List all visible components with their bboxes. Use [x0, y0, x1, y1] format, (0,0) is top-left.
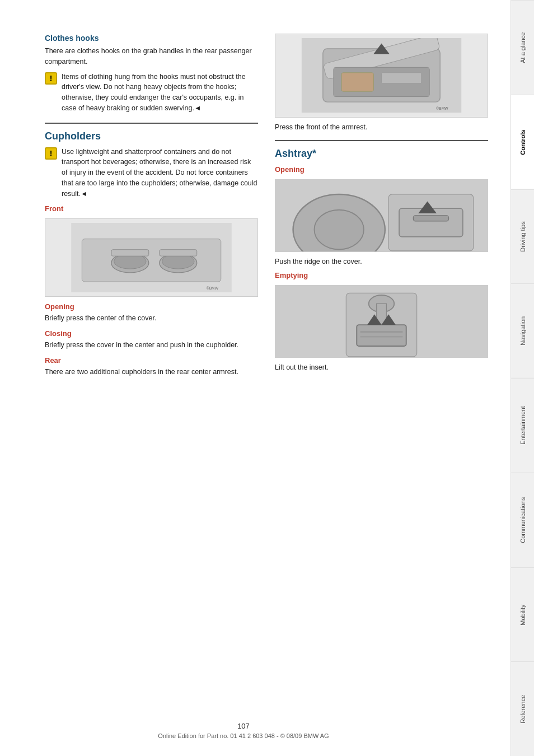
svg-rect-22: [413, 216, 448, 221]
closing-text: Briefly press the cover in the center an…: [45, 340, 258, 351]
sidebar-item-mobility[interactable]: Mobility: [511, 567, 534, 662]
cupholders-warning: ! Use lightweight and shatterproof conta…: [45, 147, 258, 199]
clothes-hooks-warning-text: Items of clothing hung from the hooks mu…: [62, 72, 258, 114]
sidebar-item-driving-tips[interactable]: Driving tips: [511, 189, 534, 284]
svg-text:©BMW: ©BMW: [436, 107, 448, 111]
armrest-image: ©BMW: [275, 34, 488, 118]
ashtray-emptying-label: Emptying: [275, 271, 488, 279]
sidebar-item-reference[interactable]: Reference: [511, 661, 534, 756]
cupholders-warning-text: Use lightweight and shatterproof contain…: [62, 147, 258, 199]
front-cupholder-image: ©BMW: [45, 218, 258, 297]
opening-label: Opening: [45, 302, 258, 311]
opening-text: Briefly press the center of the cover.: [45, 313, 258, 324]
svg-point-19: [314, 210, 363, 250]
sidebar-item-navigation[interactable]: Navigation: [511, 283, 534, 378]
clothes-hooks-text: There are clothes hooks on the grab hand…: [45, 46, 258, 67]
rear-title: Rear: [45, 356, 258, 365]
ashtray-emptying-section: Emptying: [275, 271, 488, 371]
warning-icon-2: !: [45, 147, 57, 160]
clothes-hooks-warning: ! Items of clothing hung from the hooks …: [45, 72, 258, 114]
page-number: 107: [0, 722, 487, 730]
rear-text: There are two additional cupholders in t…: [45, 367, 258, 377]
ashtray-emptying-image: ©BMW: [275, 285, 488, 358]
sidebar-item-controls[interactable]: Controls: [511, 95, 534, 189]
sidebar: At a glance Controls Driving tips Naviga…: [510, 0, 534, 756]
svg-text:©BMW: ©BMW: [469, 357, 485, 358]
section-divider-1: [45, 123, 258, 124]
ashtray-section: Ashtray* Opening: [275, 148, 488, 371]
cupholders-title: Cupholders: [45, 130, 258, 142]
closing-label: Closing: [45, 329, 258, 338]
front-title: Front: [45, 204, 258, 213]
section-divider-2: [275, 140, 488, 141]
ashtray-title: Ashtray*: [275, 148, 488, 160]
sidebar-item-communications[interactable]: Communications: [511, 473, 534, 567]
clothes-hooks-title: Clothes hooks: [45, 34, 258, 43]
svg-rect-1: [82, 239, 221, 282]
ashtray-opening-label: Opening: [275, 165, 488, 174]
svg-rect-6: [111, 250, 149, 256]
warning-icon-1: !: [45, 72, 57, 85]
svg-text:©BMW: ©BMW: [207, 287, 219, 291]
armrest-caption: Press the front of the armrest.: [275, 123, 488, 131]
ashtray-opening-section: Opening: [275, 165, 488, 265]
ashtray-opening-image: ©BMW: [275, 179, 488, 252]
svg-text:©BMW: ©BMW: [469, 251, 485, 252]
sidebar-item-entertainment[interactable]: Entertainment: [511, 378, 534, 473]
page-footer: 107 Online Edition for Part no. 01 41 2 …: [0, 722, 487, 739]
front-section: Front: [45, 204, 258, 351]
ashtray-opening-caption: Push the ridge on the cover.: [275, 258, 488, 265]
svg-rect-14: [382, 73, 421, 83]
cupholders-section: Cupholders ! Use lightweight and shatter…: [45, 130, 258, 377]
svg-rect-29: [357, 325, 406, 346]
svg-rect-7: [160, 250, 197, 256]
ashtray-emptying-caption: Lift out the insert.: [275, 363, 488, 371]
clothes-hooks-section: Clothes hooks There are clothes hooks on…: [45, 34, 258, 114]
sidebar-item-at-a-glance[interactable]: At a glance: [511, 0, 534, 95]
svg-rect-13: [341, 73, 373, 91]
edition-text: Online Edition for Part no. 01 41 2 603 …: [0, 732, 487, 739]
rear-section: Rear There are two additional cupholders…: [45, 356, 258, 377]
